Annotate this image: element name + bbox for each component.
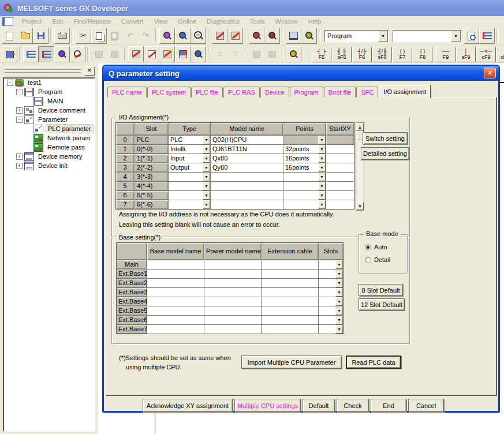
io-model-cell[interactable]	[211, 173, 283, 181]
ladder-key-f6[interactable]: ┤/├F6	[352, 47, 372, 62]
tab-i-o-assignment[interactable]: I/O assignment	[379, 85, 431, 98]
slot12-default-button[interactable]: 12 Slot Default	[359, 298, 405, 310]
find-replace-button[interactable]	[191, 28, 206, 44]
base-slots-cell[interactable]: ▼	[319, 279, 343, 287]
io-points-cell[interactable]: ▼	[283, 136, 326, 144]
io-type-cell[interactable]: Intelli.▼	[169, 145, 210, 154]
power-model-cell[interactable]	[204, 325, 261, 334]
project-tree-toggle-button[interactable]	[479, 28, 495, 44]
power-model-cell[interactable]	[204, 270, 261, 278]
monitor-watch-button[interactable]	[191, 46, 206, 62]
ladder-edit-mode-button[interactable]	[39, 46, 54, 62]
find-button[interactable]	[159, 28, 175, 44]
end-button[interactable]: End	[371, 399, 406, 412]
ladder-find-button[interactable]	[54, 46, 70, 62]
coil-zoom-button[interactable]	[264, 28, 280, 44]
base-model-cell[interactable]	[147, 288, 204, 297]
menu-convert[interactable]: Convert	[116, 17, 149, 27]
menu-online[interactable]: Online	[173, 17, 201, 27]
chevron-down-icon[interactable]: ▼	[335, 270, 343, 278]
ladder-key-cf9[interactable]: ─✕─cF9	[476, 47, 496, 62]
ladder-key-sf6[interactable]: ╢/╟sF6	[372, 47, 392, 62]
sidebar-item-program[interactable]: −Program	[3, 87, 95, 96]
io-model-cell[interactable]	[211, 182, 283, 190]
default-button[interactable]: Default	[303, 399, 335, 412]
base-model-cell[interactable]	[147, 270, 204, 278]
base-slots-cell[interactable]: ▼	[319, 260, 343, 269]
detailed-setting-button[interactable]: Detailed setting	[361, 147, 409, 160]
chevron-down-icon[interactable]: ▼	[318, 182, 326, 190]
menu-project[interactable]: Project	[17, 17, 47, 27]
project-zoom-button[interactable]	[301, 28, 317, 44]
scroll-up-icon[interactable]: ▲	[356, 123, 364, 131]
extension-cable-cell[interactable]	[262, 260, 318, 269]
slot8-default-button[interactable]: 8 Slot Default	[359, 284, 403, 296]
chevron-down-icon[interactable]: ▼	[318, 191, 326, 200]
base-slots-cell[interactable]: ▼	[319, 306, 343, 315]
tab-plc-name[interactable]: PLC name	[107, 87, 147, 98]
extension-cable-cell[interactable]	[262, 325, 318, 334]
io-points-cell[interactable]: 16points▼	[283, 163, 326, 172]
coil-edit-button[interactable]	[159, 46, 175, 62]
io-model-cell[interactable]: QJ61BT11N	[211, 145, 283, 154]
base-row-header-ext-base6[interactable]: Ext.Base6	[117, 316, 147, 324]
chevron-down-icon[interactable]: ▼	[335, 325, 343, 334]
sidebar-item-remote-pass[interactable]: −Remote pass	[3, 143, 95, 152]
io-row-header-7[interactable]: 7	[116, 200, 134, 209]
base-slots-cell[interactable]: ▼	[319, 270, 343, 278]
import-multiple-cpu-parameter-button[interactable]: Import Multiple CPU Parameter	[241, 356, 342, 369]
radio-icon[interactable]	[365, 244, 371, 250]
menu-find-replace[interactable]: Find/Replace	[68, 17, 116, 27]
chevron-down-icon[interactable]: ▼	[203, 145, 210, 154]
read-plc-data-button[interactable]: Read PLC data	[346, 356, 401, 369]
program-selector[interactable]: Program▼	[324, 30, 389, 42]
io-points-cell[interactable]: 32points▼	[283, 145, 326, 154]
ladder-key-f5[interactable]: ┤ ├F5	[312, 47, 331, 62]
cancel-button[interactable]: Cancel	[408, 399, 444, 412]
chevron-down-icon[interactable]: ▼	[378, 31, 388, 42]
save-project-button[interactable]	[33, 28, 48, 44]
ladder-write-button[interactable]	[212, 28, 227, 44]
power-model-cell[interactable]	[204, 288, 261, 297]
sidebar-item-network-param[interactable]: −Network param	[3, 133, 95, 143]
io-startxy-cell[interactable]	[326, 182, 354, 190]
io-type-cell[interactable]: Output▼	[169, 163, 210, 172]
chevron-down-icon[interactable]: ▼	[335, 297, 343, 306]
contact-edit-button[interactable]	[144, 46, 159, 62]
tree-close-button[interactable]: ✕	[84, 66, 95, 76]
check-button[interactable]: Check	[337, 399, 369, 412]
chevron-down-icon[interactable]: ▼	[203, 136, 210, 144]
comment-display-button[interactable]	[464, 28, 479, 44]
io-points-cell[interactable]: ▼	[283, 191, 326, 200]
chevron-down-icon[interactable]: ▼	[318, 136, 326, 144]
io-startxy-cell[interactable]	[326, 173, 354, 181]
io-row-header-0[interactable]: 0	[116, 136, 134, 144]
ladder-key-sf5[interactable]: ╢ ╟sF5	[332, 47, 352, 62]
tab-plc-ras[interactable]: PLC RAS	[223, 87, 260, 98]
io-type-cell[interactable]: ▼	[169, 182, 210, 190]
base-mode-detail-radio[interactable]: Detail	[365, 256, 390, 264]
dialog-close-button[interactable]: ✕	[484, 68, 496, 78]
chevron-down-icon[interactable]: ▼	[203, 163, 210, 172]
io-startxy-cell[interactable]	[326, 163, 354, 172]
io-startxy-cell[interactable]	[326, 154, 354, 163]
sidebar-item-main[interactable]: −MAIN	[3, 96, 95, 106]
extension-cable-cell[interactable]	[262, 316, 318, 324]
find-device-button[interactable]	[175, 28, 191, 44]
expand-icon[interactable]: +	[16, 154, 23, 160]
open-project-button[interactable]	[17, 28, 33, 44]
multiple-cpu-settings-button[interactable]: Multiple CPU settings	[234, 399, 301, 412]
base-model-cell[interactable]	[147, 325, 204, 334]
menu-window[interactable]: Window	[270, 17, 303, 27]
io-points-cell[interactable]: ▼	[283, 200, 326, 209]
tab-program[interactable]: Program	[290, 87, 323, 98]
base-model-cell[interactable]	[147, 260, 204, 269]
base-model-cell[interactable]	[147, 306, 204, 315]
io-model-cell[interactable]: Qx80	[211, 154, 283, 163]
expand-icon[interactable]: +	[16, 163, 23, 169]
dialog-titlebar[interactable]: Q parameter setting ✕	[103, 66, 499, 81]
sidebar-item-test1[interactable]: −test1	[3, 78, 95, 87]
new-project-button[interactable]	[2, 28, 17, 44]
io-model-cell[interactable]	[211, 200, 283, 209]
io-row-header-3[interactable]: 3	[116, 163, 134, 172]
